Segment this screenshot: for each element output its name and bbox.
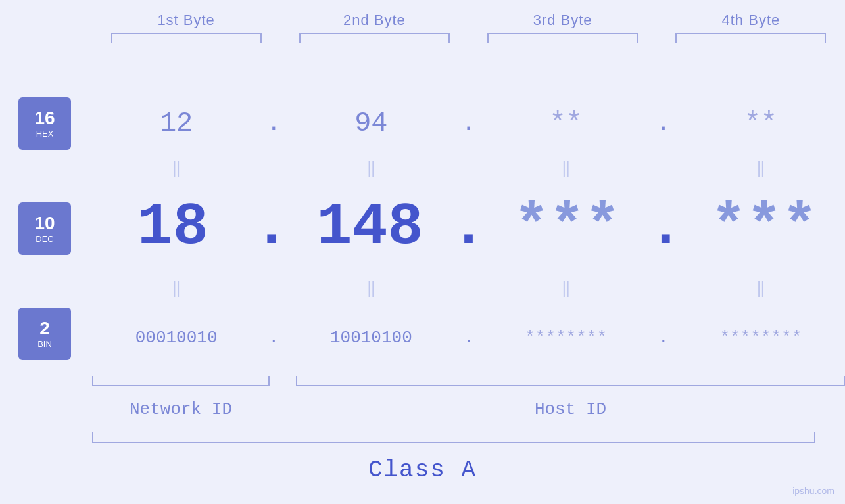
dec-v3: *** xyxy=(514,194,620,261)
eq1-2: ‖ xyxy=(287,159,455,178)
hex-v1: 12 xyxy=(160,108,193,139)
bin-v2: 10010100 xyxy=(330,328,412,348)
class-label: Class A xyxy=(0,457,845,484)
bin-dot1: . xyxy=(268,328,279,348)
bin-v1: 00010010 xyxy=(135,328,218,348)
dec-dot1: . xyxy=(254,194,289,261)
top-brackets xyxy=(0,33,845,43)
eq2-1: ‖ xyxy=(92,279,260,298)
long-bracket-row xyxy=(92,432,815,443)
bin-v3: ******** xyxy=(525,328,607,348)
byte1-header: 1st Byte xyxy=(92,12,280,29)
dec-v4: *** xyxy=(711,194,817,261)
eq1-3: ‖ xyxy=(482,159,650,178)
eq2-2: ‖ xyxy=(287,279,455,298)
eq1-1: ‖ xyxy=(92,159,260,178)
network-id-label: Network ID xyxy=(92,400,270,419)
dec-dot2: . xyxy=(450,194,486,261)
main-container: 1st Byte 2nd Byte 3rd Byte 4th Byte 16 H… xyxy=(0,0,845,504)
bin-row: 00010010 . 10010100 . ******** . *******… xyxy=(0,311,845,364)
bin-v4: ******** xyxy=(719,328,802,348)
watermark: ipshu.com xyxy=(792,486,834,496)
byte-headers: 1st Byte 2nd Byte 3rd Byte 4th Byte xyxy=(0,0,845,29)
id-labels: Network ID Host ID xyxy=(92,400,845,419)
host-bracket xyxy=(296,376,845,386)
dec-row: 18 . 148 . *** . *** xyxy=(0,195,845,260)
eq-row-2: ‖ ‖ ‖ ‖ xyxy=(92,279,845,298)
dec-dot3: . xyxy=(648,194,683,261)
byte3-header: 3rd Byte xyxy=(469,12,657,29)
dec-v1: 18 xyxy=(137,194,208,261)
host-id-label: Host ID xyxy=(296,400,845,419)
long-bracket xyxy=(92,432,815,443)
hex-v2: 94 xyxy=(354,108,387,139)
bin-dot3: . xyxy=(658,328,669,348)
network-bracket xyxy=(92,376,270,386)
eq-row-1: ‖ ‖ ‖ ‖ xyxy=(92,159,845,178)
eq2-3: ‖ xyxy=(482,279,650,298)
byte4-header: 4th Byte xyxy=(657,12,845,29)
eq2-4: ‖ xyxy=(677,279,845,298)
hex-row: 12 . 94 . ** . ** xyxy=(0,97,845,150)
eq1-4: ‖ xyxy=(677,159,845,178)
hex-dot3: . xyxy=(656,110,671,137)
hex-dot1: . xyxy=(266,110,281,137)
hex-v3: ** xyxy=(549,108,582,139)
hex-dot2: . xyxy=(462,110,476,137)
bin-dot2: . xyxy=(464,328,474,348)
dec-v2: 148 xyxy=(317,194,423,261)
byte2-header: 2nd Byte xyxy=(280,12,468,29)
hex-v4: ** xyxy=(744,108,777,139)
bottom-brackets xyxy=(92,376,845,386)
